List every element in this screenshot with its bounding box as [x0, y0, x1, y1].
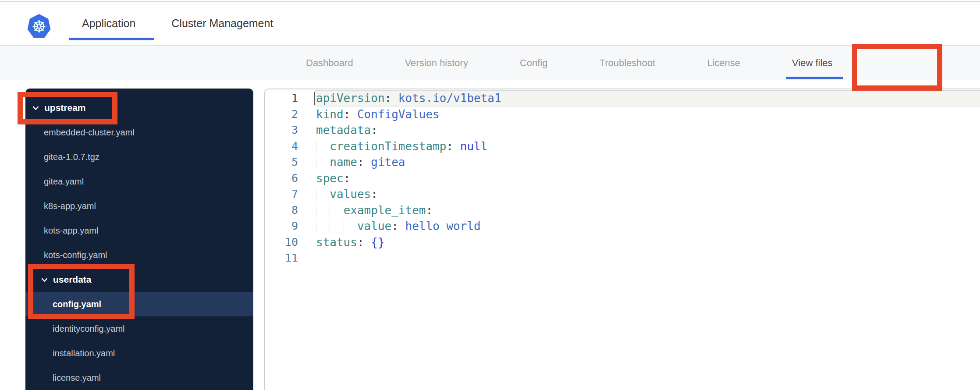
tree-file-k8s-app-yaml[interactable]: k8s-app.yaml [25, 194, 253, 218]
indent-guide [316, 220, 330, 233]
token-punc: : [371, 124, 378, 137]
token-val: ConfigValues [357, 108, 440, 121]
token-key: kind [316, 108, 344, 121]
tree-file-embedded-cluster-yaml[interactable]: embedded-cluster.yaml [25, 120, 253, 145]
tree-file-identityconfig-yaml[interactable]: identityconfig.yaml [25, 316, 253, 341]
token-key: metadata [316, 124, 371, 137]
tree-item-label: kots-app.yaml [44, 226, 99, 236]
token-lit: null [460, 140, 488, 153]
line-number: 2 [265, 106, 298, 123]
code-line-4[interactable]: 4 creationTimestamp: null [265, 138, 980, 155]
code-line-8[interactable]: 8 example_item: [265, 202, 980, 219]
tree-folder-upstream[interactable]: upstream [25, 96, 253, 120]
line-number: 8 [265, 202, 298, 219]
tree-file-installation-yaml[interactable]: installation.yaml [25, 341, 253, 365]
tree-item-label: embedded-cluster.yaml [44, 128, 135, 138]
token-key: apiVersion [316, 92, 385, 105]
tree-item-label: license.yaml [53, 373, 101, 383]
indent-guide [330, 204, 343, 217]
code-line-9[interactable]: 9 value: hello world [265, 218, 980, 234]
code-line-text: apiVersion: kots.io/v1beta1 [316, 90, 501, 106]
chevron-down-icon [32, 104, 39, 112]
token-val: hello world [405, 220, 481, 233]
token-punc: : [426, 204, 433, 217]
tree-item-label: gitea.yaml [44, 177, 84, 187]
subnav-tab-version-history[interactable]: Version history [405, 46, 468, 80]
tree-item-label: config.yaml [53, 299, 101, 309]
tree-item-label: userdata [53, 274, 92, 285]
app-subnav: DashboardVersion historyConfigTroublesho… [0, 46, 980, 80]
indent-guide [316, 140, 330, 153]
code-line-3[interactable]: 3metadata: [265, 122, 980, 138]
code-line-2[interactable]: 2kind: ConfigValues [265, 106, 980, 123]
code-line-6[interactable]: 6spec: [265, 170, 980, 187]
header-tab-application[interactable]: Application [82, 17, 135, 30]
code-line-11[interactable]: 11 [265, 250, 980, 266]
tree-file-kots-app-yaml[interactable]: kots-app.yaml [25, 218, 253, 243]
subnav-tab-dashboard[interactable]: Dashboard [306, 46, 353, 80]
line-number: 11 [265, 250, 298, 266]
subnav-tab-config[interactable]: Config [520, 46, 548, 80]
tree-item-label: k8s-app.yaml [44, 201, 96, 211]
indent-guide [316, 204, 330, 217]
indent-guide [316, 156, 330, 169]
tree-file-license-yaml[interactable]: license.yaml [25, 365, 253, 390]
code-line-7[interactable]: 7 values: [265, 186, 980, 202]
tree-file-gitea-1-0-7-tgz[interactable]: gitea-1.0.7.tgz [25, 145, 253, 169]
indent-guide [344, 220, 357, 233]
tree-file-kots-config-yaml[interactable]: kots-config.yaml [25, 243, 253, 267]
subnav-tab-license[interactable]: License [707, 46, 740, 80]
token-key: spec [316, 172, 344, 185]
token-punc: : [385, 92, 398, 105]
token-key: value [357, 220, 391, 233]
chevron-down-icon [41, 276, 48, 284]
indent-guide [316, 188, 330, 201]
tree-item-label: gitea-1.0.7.tgz [44, 152, 99, 162]
tree-item-label: upstream [44, 103, 86, 113]
code-line-10[interactable]: 10status: {} [265, 234, 980, 251]
tree-item-label: identityconfig.yaml [53, 324, 125, 334]
token-val: gitea [371, 156, 405, 169]
token-key: status [316, 236, 357, 249]
file-tree-sidebar: upstreamembedded-cluster.yamlgitea-1.0.7… [25, 89, 253, 390]
header-tab-cluster-management[interactable]: Cluster Management [171, 17, 273, 30]
ship-wheel-glyph: ☸ [32, 18, 46, 35]
code-line-text: creationTimestamp: null [316, 138, 487, 155]
chevron-down-icon [32, 104, 39, 112]
code-line-1[interactable]: 1apiVersion: kots.io/v1beta1 [265, 90, 980, 106]
subnav-tab-troubleshoot[interactable]: Troubleshoot [600, 46, 656, 80]
tree-file-config-yaml[interactable]: config.yaml [25, 292, 253, 316]
token-punc: : [391, 220, 405, 233]
token-punc: : [357, 156, 371, 169]
token-punc: : [446, 140, 460, 153]
token-punc: : [344, 108, 357, 121]
line-number: 3 [265, 122, 298, 138]
code-line-text: metadata: [316, 122, 378, 138]
code-line-text: values: [316, 186, 378, 202]
kubernetes-logo-icon: ☸ [27, 14, 51, 39]
token-punc: : [371, 188, 378, 201]
token-val: kots.io/v1beta1 [398, 92, 501, 105]
code-line-text: status: {} [316, 234, 385, 251]
tree-folder-userdata[interactable]: userdata [25, 267, 253, 292]
token-key: example_item [344, 204, 426, 217]
yaml-code-editor[interactable]: 1apiVersion: kots.io/v1beta12kind: Confi… [264, 89, 980, 390]
line-number: 10 [265, 234, 298, 251]
token-key: creationTimestamp [330, 140, 446, 153]
code-line-text: spec: [316, 170, 350, 187]
code-line-text: example_item: [316, 202, 433, 219]
code-line-text: kind: ConfigValues [316, 106, 440, 123]
header-tabs: ApplicationCluster Management [82, 2, 273, 45]
line-number: 4 [265, 138, 298, 155]
line-number: 6 [265, 170, 298, 187]
token-punc: : [344, 172, 351, 185]
tree-item-label: kots-config.yaml [44, 250, 107, 260]
line-number: 9 [265, 218, 298, 234]
subnav-tab-view-files[interactable]: View files [792, 46, 833, 80]
token-punc: : [357, 236, 371, 249]
line-number: 1 [265, 90, 298, 106]
chevron-down-icon [41, 276, 48, 284]
tree-file-gitea-yaml[interactable]: gitea.yaml [25, 169, 253, 194]
code-line-5[interactable]: 5 name: gitea [265, 154, 980, 170]
line-number: 5 [265, 154, 298, 170]
